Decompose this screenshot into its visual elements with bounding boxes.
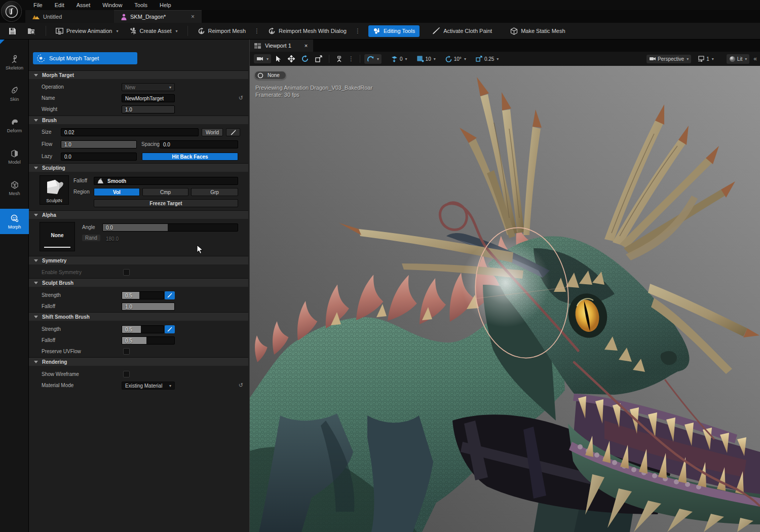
- save-button[interactable]: [4, 25, 21, 37]
- viewport-options-button[interactable]: ▾: [254, 54, 271, 63]
- tab-untitled[interactable]: Untitled: [25, 10, 114, 23]
- size-pen-button[interactable]: [226, 128, 240, 136]
- screen-percentage-button[interactable]: 1▾: [695, 54, 716, 63]
- create-asset-button[interactable]: Create Asset▾: [125, 25, 182, 37]
- weight-input[interactable]: 1.0: [122, 105, 175, 113]
- browse-asset-button[interactable]: [23, 25, 41, 37]
- preview-profile-pill[interactable]: None: [254, 71, 286, 80]
- smooth-falloff-slider[interactable]: 0.5: [122, 336, 175, 345]
- editing-tools-button[interactable]: Editing Tools: [368, 25, 420, 37]
- reset-icon[interactable]: ↺: [239, 382, 243, 389]
- size-input[interactable]: 0.02: [61, 128, 199, 136]
- smooth-strength-slider[interactable]: 0.5: [122, 325, 164, 333]
- smooth-falloff-row: Falloff 0.5: [29, 335, 248, 346]
- reset-icon[interactable]: ↺: [239, 95, 243, 101]
- viewport-canvas[interactable]: [250, 66, 760, 532]
- section-morph-target[interactable]: Morph Target: [29, 70, 248, 79]
- tab-skm-dragon-label: SKM_Dragon*: [130, 14, 166, 20]
- sculpt-falloff-slider[interactable]: 1.0: [122, 302, 175, 311]
- menu-file[interactable]: File: [28, 1, 48, 9]
- create-asset-label: Create Asset: [140, 28, 172, 34]
- sculpt-highlight-glow: [461, 238, 550, 327]
- name-input[interactable]: NewMorphTarget: [122, 94, 175, 102]
- translate-tool-button[interactable]: [285, 54, 297, 64]
- scale-tool-button[interactable]: [313, 54, 325, 64]
- sidebar-label: Deform: [7, 128, 22, 133]
- region-cmp-button[interactable]: Cmp: [142, 188, 188, 196]
- lit-mode-button[interactable]: Lit▾: [727, 54, 750, 64]
- select-tool-button[interactable]: [273, 54, 284, 64]
- tab-skm-dragon[interactable]: SKM_Dragon* ×: [114, 10, 202, 23]
- sculpt-morph-target-button[interactable]: Sculpt Morph Target: [33, 52, 137, 64]
- falloff-type-button[interactable]: Smooth: [94, 177, 238, 185]
- collapse-triangle-icon: [34, 316, 38, 318]
- falloff-curve-icon: [97, 178, 104, 184]
- reimport-mesh-button[interactable]: Reimport Mesh: [193, 25, 251, 37]
- reimport-mesh-options-icon[interactable]: ⋮: [252, 27, 261, 34]
- sidebar-item-deform[interactable]: Deform: [0, 113, 29, 137]
- sidebar-item-morph[interactable]: Morph: [0, 209, 29, 234]
- menu-asset[interactable]: Asset: [71, 1, 96, 9]
- enable-symmetry-checkbox[interactable]: [123, 269, 130, 276]
- preserve-uvflow-checkbox[interactable]: [123, 348, 130, 355]
- region-vol-button[interactable]: Vol: [94, 188, 140, 196]
- sculpt-strength-slider[interactable]: 0.5: [122, 291, 164, 299]
- flow-slider[interactable]: 1.0: [61, 140, 137, 148]
- viewport-tab-close-icon[interactable]: ×: [305, 43, 308, 49]
- sidebar-item-skeleton[interactable]: Skeleton: [0, 51, 29, 74]
- collapse-toolbar-icon[interactable]: «: [753, 55, 757, 62]
- menu-tools[interactable]: Tools: [129, 1, 153, 9]
- perspective-label: Perspective: [658, 56, 684, 62]
- freeze-target-button[interactable]: Freeze Target: [94, 199, 238, 207]
- pilot-camera-button[interactable]: [333, 54, 345, 64]
- select-arrow-icon: [275, 55, 281, 62]
- tab-close-icon[interactable]: ×: [191, 13, 195, 20]
- sidebar-item-model[interactable]: Model: [0, 145, 29, 168]
- section-rendering[interactable]: Rendering: [29, 357, 248, 366]
- reimport-mesh-with-dialog-button[interactable]: Reimport Mesh With Dialog: [263, 25, 351, 37]
- section-sculpting[interactable]: Sculpting: [29, 163, 248, 172]
- smooth-strength-pen-button[interactable]: [165, 325, 175, 333]
- scale-snap-button[interactable]: 0.25▾: [473, 54, 501, 64]
- coordinate-system-button[interactable]: ▾: [364, 54, 382, 64]
- section-brush[interactable]: Brush: [29, 116, 248, 124]
- viewport-tab[interactable]: Viewport 1 ×: [250, 40, 313, 52]
- world-button[interactable]: World: [202, 128, 223, 136]
- section-title: Sculpt Brush: [42, 280, 73, 286]
- sidebar-item-skin[interactable]: Skin: [0, 82, 29, 105]
- hit-back-faces-button[interactable]: Hit Back Faces: [142, 153, 238, 161]
- show-wireframe-checkbox[interactable]: [123, 371, 130, 377]
- grid-snap-button[interactable]: 10▾: [414, 54, 438, 64]
- lazy-input[interactable]: 0.0: [61, 153, 137, 161]
- menu-window[interactable]: Window: [97, 1, 128, 9]
- section-sculpt-brush[interactable]: Sculpt Brush: [29, 278, 248, 287]
- operation-dropdown[interactable]: New▾: [122, 83, 175, 91]
- rotate-tool-button[interactable]: [299, 54, 311, 64]
- activate-cloth-paint-button[interactable]: Activate Cloth Paint: [428, 25, 497, 37]
- menu-edit[interactable]: Edit: [49, 1, 70, 9]
- perspective-button[interactable]: Perspective▾: [647, 55, 691, 63]
- make-static-mesh-button[interactable]: Make Static Mesh: [506, 25, 569, 37]
- screen-percentage-value: 1: [706, 56, 709, 62]
- spacing-label: Spacing: [141, 141, 160, 147]
- region-grp-button[interactable]: Grp: [191, 188, 238, 196]
- unreal-logo-icon[interactable]: [1, 1, 22, 22]
- section-alpha[interactable]: Alpha: [29, 210, 248, 219]
- panel-corner-accent: [0, 40, 5, 44]
- surface-snap-button[interactable]: 0▾: [388, 54, 410, 64]
- rotation-snap-button[interactable]: 10°▾: [443, 54, 469, 64]
- framerate-text: Framerate: 30 fps: [255, 91, 372, 98]
- alpha-rand-row: Rand 180.0: [29, 233, 248, 244]
- sculpt-strength-pen-button[interactable]: [165, 291, 175, 299]
- section-symmetry[interactable]: Symmetry: [29, 256, 248, 264]
- spacing-input[interactable]: 0.0: [160, 140, 238, 148]
- reimport-dialog-options-icon[interactable]: ⋮: [353, 27, 362, 34]
- scale-icon: [315, 55, 322, 62]
- sidebar-item-mesh[interactable]: Mesh: [0, 176, 29, 200]
- menu-help[interactable]: Help: [154, 1, 177, 9]
- viewport-more-options-icon[interactable]: ⋮: [347, 55, 356, 62]
- section-shift-smooth-brush[interactable]: Shift Smooth Brush: [29, 312, 248, 321]
- preview-animation-button[interactable]: Preview Animation▾: [51, 25, 123, 37]
- angle-slider[interactable]: 0.0: [102, 223, 238, 232]
- material-mode-dropdown[interactable]: Existing Material▾: [122, 382, 175, 390]
